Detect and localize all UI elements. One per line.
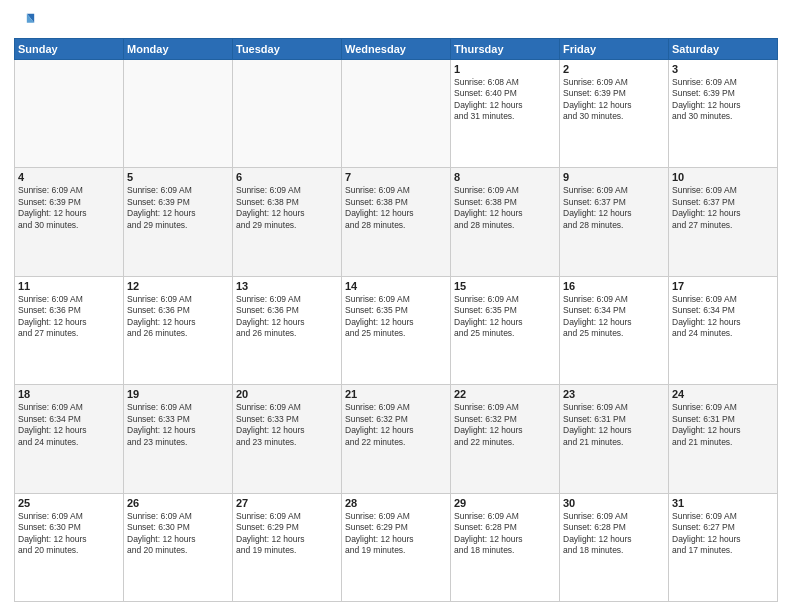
day-info: Sunrise: 6:09 AMSunset: 6:33 PMDaylight:… (236, 402, 338, 448)
day-info: Sunrise: 6:09 AMSunset: 6:35 PMDaylight:… (345, 294, 447, 340)
day-number: 5 (127, 171, 229, 183)
day-info: Sunrise: 6:09 AMSunset: 6:37 PMDaylight:… (563, 185, 665, 231)
day-number: 31 (672, 497, 774, 509)
day-info: Sunrise: 6:09 AMSunset: 6:39 PMDaylight:… (563, 77, 665, 123)
calendar-cell: 4Sunrise: 6:09 AMSunset: 6:39 PMDaylight… (15, 168, 124, 276)
calendar-cell: 9Sunrise: 6:09 AMSunset: 6:37 PMDaylight… (560, 168, 669, 276)
day-info: Sunrise: 6:09 AMSunset: 6:39 PMDaylight:… (127, 185, 229, 231)
calendar-week-5: 25Sunrise: 6:09 AMSunset: 6:30 PMDayligh… (15, 493, 778, 601)
day-number: 8 (454, 171, 556, 183)
day-number: 23 (563, 388, 665, 400)
calendar-cell: 11Sunrise: 6:09 AMSunset: 6:36 PMDayligh… (15, 276, 124, 384)
day-info: Sunrise: 6:09 AMSunset: 6:28 PMDaylight:… (454, 511, 556, 557)
day-number: 14 (345, 280, 447, 292)
calendar-cell: 31Sunrise: 6:09 AMSunset: 6:27 PMDayligh… (669, 493, 778, 601)
weekday-header-thursday: Thursday (451, 39, 560, 60)
day-info: Sunrise: 6:09 AMSunset: 6:39 PMDaylight:… (672, 77, 774, 123)
calendar-cell: 20Sunrise: 6:09 AMSunset: 6:33 PMDayligh… (233, 385, 342, 493)
day-info: Sunrise: 6:09 AMSunset: 6:32 PMDaylight:… (454, 402, 556, 448)
calendar-week-1: 1Sunrise: 6:08 AMSunset: 6:40 PMDaylight… (15, 60, 778, 168)
day-info: Sunrise: 6:09 AMSunset: 6:38 PMDaylight:… (345, 185, 447, 231)
calendar-cell: 22Sunrise: 6:09 AMSunset: 6:32 PMDayligh… (451, 385, 560, 493)
calendar-cell: 2Sunrise: 6:09 AMSunset: 6:39 PMDaylight… (560, 60, 669, 168)
day-number: 12 (127, 280, 229, 292)
day-info: Sunrise: 6:09 AMSunset: 6:30 PMDaylight:… (127, 511, 229, 557)
day-info: Sunrise: 6:09 AMSunset: 6:31 PMDaylight:… (672, 402, 774, 448)
calendar-cell: 10Sunrise: 6:09 AMSunset: 6:37 PMDayligh… (669, 168, 778, 276)
day-info: Sunrise: 6:09 AMSunset: 6:38 PMDaylight:… (236, 185, 338, 231)
calendar-cell (342, 60, 451, 168)
day-info: Sunrise: 6:09 AMSunset: 6:33 PMDaylight:… (127, 402, 229, 448)
day-number: 22 (454, 388, 556, 400)
day-info: Sunrise: 6:09 AMSunset: 6:36 PMDaylight:… (18, 294, 120, 340)
day-info: Sunrise: 6:09 AMSunset: 6:38 PMDaylight:… (454, 185, 556, 231)
day-info: Sunrise: 6:09 AMSunset: 6:32 PMDaylight:… (345, 402, 447, 448)
day-number: 4 (18, 171, 120, 183)
day-info: Sunrise: 6:09 AMSunset: 6:39 PMDaylight:… (18, 185, 120, 231)
day-info: Sunrise: 6:09 AMSunset: 6:29 PMDaylight:… (236, 511, 338, 557)
calendar-cell: 24Sunrise: 6:09 AMSunset: 6:31 PMDayligh… (669, 385, 778, 493)
day-info: Sunrise: 6:09 AMSunset: 6:34 PMDaylight:… (563, 294, 665, 340)
calendar-cell: 3Sunrise: 6:09 AMSunset: 6:39 PMDaylight… (669, 60, 778, 168)
header (14, 10, 778, 32)
day-info: Sunrise: 6:09 AMSunset: 6:34 PMDaylight:… (18, 402, 120, 448)
calendar-cell: 13Sunrise: 6:09 AMSunset: 6:36 PMDayligh… (233, 276, 342, 384)
day-number: 2 (563, 63, 665, 75)
calendar-cell: 25Sunrise: 6:09 AMSunset: 6:30 PMDayligh… (15, 493, 124, 601)
calendar-cell: 1Sunrise: 6:08 AMSunset: 6:40 PMDaylight… (451, 60, 560, 168)
calendar-cell: 19Sunrise: 6:09 AMSunset: 6:33 PMDayligh… (124, 385, 233, 493)
day-number: 11 (18, 280, 120, 292)
calendar-cell: 23Sunrise: 6:09 AMSunset: 6:31 PMDayligh… (560, 385, 669, 493)
logo-icon (14, 10, 36, 32)
page: SundayMondayTuesdayWednesdayThursdayFrid… (0, 0, 792, 612)
day-info: Sunrise: 6:09 AMSunset: 6:37 PMDaylight:… (672, 185, 774, 231)
weekday-header-row: SundayMondayTuesdayWednesdayThursdayFrid… (15, 39, 778, 60)
calendar-cell (15, 60, 124, 168)
day-info: Sunrise: 6:09 AMSunset: 6:35 PMDaylight:… (454, 294, 556, 340)
day-info: Sunrise: 6:08 AMSunset: 6:40 PMDaylight:… (454, 77, 556, 123)
calendar-table: SundayMondayTuesdayWednesdayThursdayFrid… (14, 38, 778, 602)
calendar-cell: 18Sunrise: 6:09 AMSunset: 6:34 PMDayligh… (15, 385, 124, 493)
calendar-week-3: 11Sunrise: 6:09 AMSunset: 6:36 PMDayligh… (15, 276, 778, 384)
day-number: 25 (18, 497, 120, 509)
calendar-cell: 21Sunrise: 6:09 AMSunset: 6:32 PMDayligh… (342, 385, 451, 493)
day-number: 29 (454, 497, 556, 509)
day-number: 6 (236, 171, 338, 183)
calendar-cell: 14Sunrise: 6:09 AMSunset: 6:35 PMDayligh… (342, 276, 451, 384)
day-number: 24 (672, 388, 774, 400)
day-number: 1 (454, 63, 556, 75)
weekday-header-tuesday: Tuesday (233, 39, 342, 60)
weekday-header-monday: Monday (124, 39, 233, 60)
day-info: Sunrise: 6:09 AMSunset: 6:36 PMDaylight:… (236, 294, 338, 340)
day-number: 10 (672, 171, 774, 183)
day-info: Sunrise: 6:09 AMSunset: 6:27 PMDaylight:… (672, 511, 774, 557)
day-number: 7 (345, 171, 447, 183)
calendar-cell: 28Sunrise: 6:09 AMSunset: 6:29 PMDayligh… (342, 493, 451, 601)
day-number: 21 (345, 388, 447, 400)
calendar-cell: 7Sunrise: 6:09 AMSunset: 6:38 PMDaylight… (342, 168, 451, 276)
day-number: 20 (236, 388, 338, 400)
weekday-header-wednesday: Wednesday (342, 39, 451, 60)
calendar-cell (124, 60, 233, 168)
day-number: 3 (672, 63, 774, 75)
calendar-cell (233, 60, 342, 168)
day-info: Sunrise: 6:09 AMSunset: 6:34 PMDaylight:… (672, 294, 774, 340)
calendar-cell: 29Sunrise: 6:09 AMSunset: 6:28 PMDayligh… (451, 493, 560, 601)
day-number: 18 (18, 388, 120, 400)
day-number: 19 (127, 388, 229, 400)
calendar-cell: 17Sunrise: 6:09 AMSunset: 6:34 PMDayligh… (669, 276, 778, 384)
calendar-week-4: 18Sunrise: 6:09 AMSunset: 6:34 PMDayligh… (15, 385, 778, 493)
day-number: 26 (127, 497, 229, 509)
day-info: Sunrise: 6:09 AMSunset: 6:29 PMDaylight:… (345, 511, 447, 557)
day-info: Sunrise: 6:09 AMSunset: 6:36 PMDaylight:… (127, 294, 229, 340)
day-number: 27 (236, 497, 338, 509)
day-number: 16 (563, 280, 665, 292)
calendar-cell: 15Sunrise: 6:09 AMSunset: 6:35 PMDayligh… (451, 276, 560, 384)
day-number: 15 (454, 280, 556, 292)
calendar-cell: 8Sunrise: 6:09 AMSunset: 6:38 PMDaylight… (451, 168, 560, 276)
calendar-cell: 26Sunrise: 6:09 AMSunset: 6:30 PMDayligh… (124, 493, 233, 601)
day-number: 13 (236, 280, 338, 292)
day-number: 9 (563, 171, 665, 183)
calendar-cell: 12Sunrise: 6:09 AMSunset: 6:36 PMDayligh… (124, 276, 233, 384)
weekday-header-saturday: Saturday (669, 39, 778, 60)
